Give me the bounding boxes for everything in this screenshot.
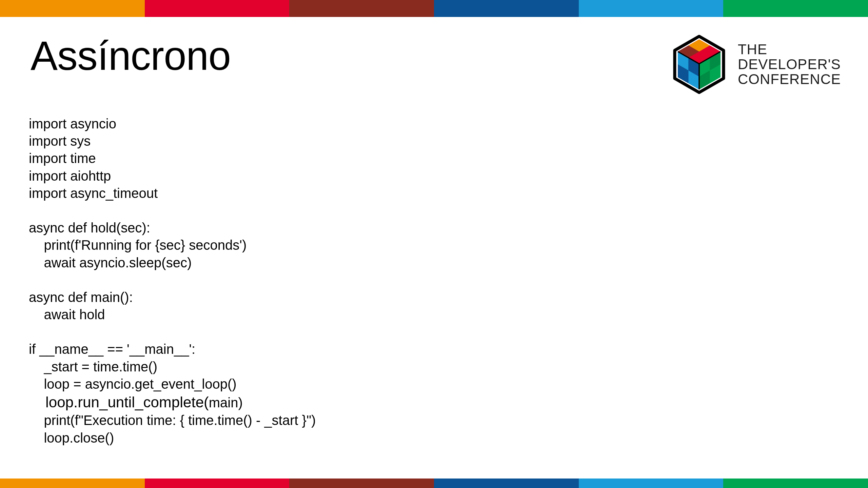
bottom-color-bar — [0, 479, 868, 488]
conference-logo: THE DEVELOPER'S CONFERENCE — [669, 34, 841, 95]
bar-segment-darkblue — [434, 479, 579, 488]
code-line: async def main(): — [29, 290, 133, 305]
code-line: await asyncio.sleep(sec) — [29, 255, 192, 270]
slide: Assíncrono THE — [0, 0, 868, 488]
code-line: async def hold(sec): — [29, 220, 150, 235]
logo-text: THE DEVELOPER'S CONFERENCE — [738, 42, 841, 87]
bar-segment-red — [145, 479, 290, 488]
logo-line-1: THE — [738, 42, 841, 57]
code-line: loop = asyncio.get_event_loop() — [29, 377, 237, 391]
code-line: print(f"Execution time: { time.time() - … — [29, 413, 316, 428]
code-line: import time — [29, 151, 96, 166]
logo-line-3: CONFERENCE — [738, 72, 841, 87]
top-color-bar — [0, 0, 868, 17]
code-line: import async_timeout — [29, 186, 158, 201]
bar-segment-green — [723, 479, 868, 488]
cube-icon — [669, 34, 730, 95]
bar-segment-darkblue — [434, 0, 579, 17]
code-line: main) — [209, 395, 243, 410]
bar-segment-orange — [0, 479, 145, 488]
code-line: import aiohttp — [29, 168, 111, 183]
bar-segment-red — [145, 0, 290, 17]
bar-segment-brown — [289, 479, 434, 488]
code-line: loop.close() — [29, 430, 114, 445]
slide-title: Assíncrono — [31, 32, 231, 79]
bar-segment-brown — [289, 0, 434, 17]
bar-segment-green — [723, 0, 868, 17]
bar-segment-lightblue — [579, 0, 724, 17]
bar-segment-orange — [0, 0, 145, 17]
code-line: import sys — [29, 134, 91, 148]
code-block: import asyncio import sys import time im… — [29, 115, 316, 447]
code-line: _start = time.time() — [29, 359, 157, 374]
logo-line-2: DEVELOPER'S — [738, 57, 841, 72]
code-line: await hold — [29, 307, 105, 322]
code-line-emph: loop.run_until_complete( — [29, 394, 209, 410]
code-line: if __name__ == '__main__': — [29, 342, 195, 357]
code-line: print(f'Running for {sec} seconds') — [29, 238, 246, 252]
code-line: import asyncio — [29, 116, 116, 131]
bar-segment-lightblue — [579, 479, 724, 488]
